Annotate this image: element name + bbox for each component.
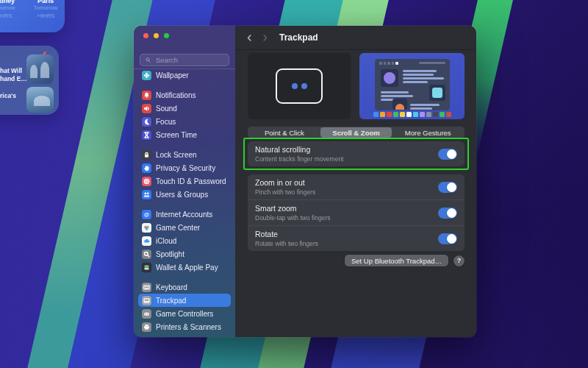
sidebar-item-label: Lock Screen [156, 151, 197, 159]
dock-app-tile [406, 112, 412, 117]
setting-row-smart-zoom: Smart zoomDouble-tap with two fingers [248, 199, 465, 225]
sidebar-item-focus[interactable]: Focus [138, 115, 231, 128]
help-button[interactable]: ? [453, 255, 465, 266]
clock-widget-columns: SydneyTomorrow+9HRSParisTomorrow+9HRS [0, 0, 62, 21]
sidebar-item-sound[interactable]: Sound [138, 102, 231, 115]
toggle-knob [447, 149, 456, 159]
at-icon: @ [143, 210, 151, 219]
minimize-button[interactable] [154, 33, 159, 38]
dock-app-tile [426, 112, 431, 117]
sidebar-list: WallpaperNotificationsSoundFocusScreen T… [138, 68, 231, 337]
speaker-icon [142, 104, 151, 113]
tab-point-click[interactable]: Point & Click [248, 127, 320, 138]
rotate-toggle[interactable] [438, 233, 457, 244]
setting-title: Rotate [255, 230, 318, 238]
dock-app-tile [387, 112, 392, 117]
users-icon [143, 191, 151, 199]
trackpad-gesture-diagram [248, 53, 351, 119]
sidebar-item-wallpaper[interactable]: Wallpaper [138, 68, 231, 82]
users-icon [142, 190, 151, 199]
wallet-icon [142, 263, 151, 272]
hand-icon [143, 164, 151, 172]
sidebar-item-notifications[interactable]: Notifications [138, 88, 231, 102]
sidebar-item-lock-screen[interactable]: Lock Screen [138, 148, 231, 161]
setting-title: Natural scrolling [255, 145, 343, 154]
bubbles-icon [143, 224, 151, 232]
sidebar-item-internet-accounts[interactable]: @Internet Accounts [138, 208, 231, 221]
set-up-bluetooth-trackpad-button[interactable]: Set Up Bluetooth Trackpad… [345, 255, 448, 266]
flower-icon [142, 71, 151, 80]
sidebar-item-icloud[interactable]: iCloud [138, 234, 231, 247]
sidebar-item-label: Game Center [156, 224, 200, 232]
sidebar-item-label: Users & Groups [156, 191, 208, 199]
setting-row-zoom-in-or-out: Zoom in or outPinch with two fingers [248, 174, 465, 199]
cloud-icon [143, 237, 151, 245]
sidebar-item-game-center[interactable]: Game Center [138, 221, 231, 234]
sidebar-item-label: Trackpad [156, 297, 186, 305]
sidebar-item-screen-time[interactable]: Screen Time [138, 128, 231, 141]
tab-more-gestures[interactable]: More Gestures [392, 127, 464, 138]
tab-bar: Point & ClickScroll & ZoomMore Gestures [248, 127, 465, 138]
world-clock-widget[interactable]: SydneyTomorrow+9HRSParisTomorrow+9HRS [0, 0, 65, 32]
sidebar-item-label: iCloud [156, 237, 176, 245]
trackpad-outline [276, 68, 323, 104]
sidebar-item-label: Game Controllers [156, 310, 213, 318]
sidebar-item-privacy-security[interactable]: Privacy & Security [138, 161, 231, 174]
setup-row: Set Up Bluetooth Trackpad… ? [345, 255, 465, 266]
at-icon: @ [142, 210, 151, 219]
bubbles-icon [142, 223, 151, 233]
sidebar-item-label: Touch ID & Password [156, 177, 226, 185]
clock-sub-line: +9HRS [0, 13, 19, 21]
bell-icon [142, 91, 151, 100]
dock-app-tile [380, 112, 385, 117]
clock-sub-line: Tomorrow [0, 4, 19, 13]
sidebar-item-label: Internet Accounts [156, 210, 212, 219]
desktop: SydneyTomorrow+9HRSParisTomorrow+9HRS ha… [0, 0, 588, 368]
settings-card: Natural scrollingContent tracks finger m… [248, 141, 465, 166]
close-button[interactable] [143, 33, 148, 38]
dock-app-tile [393, 112, 398, 117]
trackpad-icon [143, 297, 151, 305]
controller-icon [143, 310, 151, 318]
sidebar-item-label: Keyboard [156, 283, 187, 291]
bell-icon [143, 91, 151, 99]
forward-button[interactable] [261, 34, 269, 42]
search-field[interactable] [140, 54, 229, 66]
sidebar-item-users-groups[interactable]: Users & Groups [138, 188, 231, 201]
setting-subtitle: Double-tap with two fingers [255, 214, 331, 222]
zoom-in-or-out-toggle[interactable] [438, 182, 457, 193]
search-input[interactable] [154, 55, 224, 65]
sidebar-item-keyboard[interactable]: Keyboard [138, 280, 231, 294]
setting-row-text: Smart zoomDouble-tap with two fingers [255, 204, 331, 222]
search-icon [145, 57, 151, 63]
sidebar-group: NotificationsSoundFocusScreen Time [138, 88, 231, 141]
sidebar-item-label: Screen Time [156, 131, 197, 139]
back-button[interactable] [245, 34, 254, 42]
keyboard-icon [142, 283, 151, 292]
setting-row-natural-scrolling: Natural scrollingContent tracks finger m… [248, 141, 465, 166]
tab-scroll-zoom[interactable]: Scroll & Zoom [320, 127, 392, 138]
setting-row-text: RotateRotate with two fingers [255, 230, 318, 247]
sidebar-item-spotlight[interactable]: Spotlight [138, 247, 231, 261]
sidebar-item-game-controllers[interactable]: Game Controllers [138, 307, 231, 320]
printer-icon [142, 322, 151, 332]
mock-image-tile [429, 85, 445, 101]
sidebar-item-printers-scanners[interactable]: Printers & Scanners [138, 320, 231, 333]
sidebar-group: Lock ScreenPrivacy & SecurityTouch ID & … [138, 148, 231, 201]
natural-scrolling-toggle[interactable] [438, 149, 457, 160]
svg-text:@: @ [144, 210, 149, 217]
sidebar-item-wallet-apple-pay[interactable]: Wallet & Apple Pay [138, 261, 231, 274]
sidebar-item-trackpad[interactable]: Trackpad [138, 294, 231, 307]
fingerprint-icon [142, 177, 151, 186]
flower-icon [143, 71, 151, 79]
settings-sidebar: WallpaperNotificationsSoundFocusScreen T… [134, 26, 235, 337]
sidebar-item-touch-id-password[interactable]: Touch ID & Password [138, 174, 231, 188]
hand-icon [142, 163, 151, 173]
sidebar-item-label: Spotlight [156, 250, 184, 258]
news-widget[interactable]: hat Will hand E… rica's [0, 46, 59, 115]
gesture-preview-video [359, 53, 465, 119]
window-controls [143, 33, 169, 38]
mock-dock [373, 112, 451, 117]
zoom-button[interactable] [164, 33, 169, 38]
smart-zoom-toggle[interactable] [438, 208, 457, 219]
